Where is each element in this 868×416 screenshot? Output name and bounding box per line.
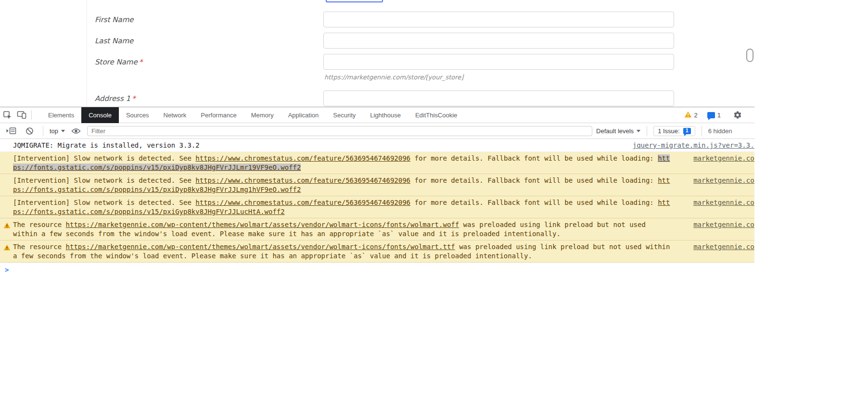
warning-count: 2 bbox=[694, 112, 698, 119]
issues-counter-button[interactable]: 1 Issue: 1 bbox=[653, 126, 695, 136]
console-source-link[interactable]: marketgennie.com bbox=[693, 220, 754, 229]
console-link[interactable]: https://www.chromestatus.com/feature/563… bbox=[195, 199, 410, 206]
browser-page: First NameLast NameStore Name*https://ma… bbox=[0, 0, 754, 107]
field-label: Address 1* bbox=[95, 90, 323, 106]
levels-label: Default levels bbox=[596, 127, 634, 135]
devtools-tabs: ElementsConsoleSourcesNetworkPerformance… bbox=[41, 107, 464, 123]
console-messages: JQMIGRATE: Migrate is installed, version… bbox=[0, 139, 754, 263]
console-message: [Intervention] Slow network is detected.… bbox=[0, 174, 754, 196]
console-text: was preloaded using link preload but not… bbox=[455, 243, 670, 251]
context-label: top bbox=[50, 127, 58, 135]
separator bbox=[702, 126, 702, 136]
clear-console-icon[interactable] bbox=[22, 123, 37, 139]
issues-badge[interactable]: 1 bbox=[707, 112, 721, 119]
execution-context-selector[interactable]: top bbox=[50, 127, 65, 135]
hidden-messages-label: 6 hidden bbox=[708, 127, 732, 135]
console-text: within a few seconds from the window's l… bbox=[13, 230, 561, 238]
console-link[interactable]: https://marketgennie.com/wp-content/them… bbox=[66, 243, 455, 251]
separator bbox=[31, 110, 32, 120]
issue-count: 1 bbox=[717, 112, 721, 119]
last-name-input[interactable] bbox=[323, 33, 674, 49]
inspect-element-icon[interactable] bbox=[0, 107, 14, 123]
chevron-down-icon bbox=[637, 130, 640, 132]
required-asterisk: * bbox=[139, 58, 143, 66]
console-text: The resource bbox=[13, 243, 66, 251]
page-scrollbar-thumb[interactable] bbox=[746, 49, 753, 62]
console-source-link[interactable]: marketgennie.com bbox=[693, 198, 754, 207]
console-text: was preloaded using link preload but not… bbox=[459, 221, 646, 228]
console-text: for more details. Fallback font will be … bbox=[410, 199, 658, 206]
tab-security[interactable]: Security bbox=[326, 107, 363, 123]
tab-elements[interactable]: Elements bbox=[41, 107, 81, 123]
tab-application[interactable]: Application bbox=[281, 107, 326, 123]
console-message-line: The resource https://marketgennie.com/wp… bbox=[13, 220, 682, 229]
field-label: Last Name bbox=[95, 33, 323, 49]
form-field-row: Address 1* bbox=[95, 90, 754, 106]
console-source-link[interactable]: jquery-migrate.min.js?ver=3.3.2 bbox=[633, 141, 754, 150]
field-label: First Name bbox=[95, 12, 323, 27]
console-message-line: within a few seconds from the window's l… bbox=[13, 229, 682, 239]
console-message-line: [Intervention] Slow network is detected.… bbox=[13, 154, 682, 163]
tabbar-right: 2 1 bbox=[684, 107, 754, 123]
warning-icon bbox=[3, 222, 11, 231]
console-link[interactable]: ps://fonts.gstatic.com/s/poppins/v15/pxi… bbox=[13, 186, 301, 193]
tab-network[interactable]: Network bbox=[156, 107, 194, 123]
console-link[interactable]: https://marketgennie.com/wp-content/them… bbox=[66, 221, 460, 228]
console-sidebar-toggle-icon[interactable] bbox=[4, 123, 18, 139]
separator bbox=[43, 126, 43, 136]
devtools-panel: ElementsConsoleSourcesNetworkPerformance… bbox=[0, 107, 754, 416]
console-message: [Intervention] Slow network is detected.… bbox=[0, 196, 754, 218]
console-message-line: The resource https://marketgennie.com/wp… bbox=[13, 242, 682, 252]
first-name-input[interactable] bbox=[323, 12, 674, 27]
tab-lighthouse[interactable]: Lighthouse bbox=[363, 107, 408, 123]
console-text: for more details. Fallback font will be … bbox=[410, 176, 658, 184]
console-text: a few seconds from the window's load eve… bbox=[13, 252, 532, 260]
console-source-link[interactable]: marketgennie.com bbox=[693, 154, 754, 163]
store-name-input[interactable] bbox=[323, 54, 674, 70]
device-toolbar-icon[interactable] bbox=[14, 107, 29, 123]
console-message-line: ps://fonts.gstatic.com/s/poppins/v15/pxi… bbox=[13, 163, 682, 172]
partial-focused-field[interactable] bbox=[326, 0, 383, 2]
console-filter-input[interactable] bbox=[87, 126, 592, 136]
field-hint: https://marketgennie.com/store/[your_sto… bbox=[324, 74, 674, 81]
form-field-row: Store Name*https://marketgennie.com/stor… bbox=[95, 54, 754, 85]
console-message-line: ps://fonts.gstatic.com/s/poppins/v15/pxi… bbox=[13, 207, 682, 216]
address-1-input[interactable] bbox=[323, 90, 674, 106]
issues-bubble-icon bbox=[707, 112, 715, 118]
console-prompt[interactable]: > bbox=[0, 263, 754, 274]
console-source-link[interactable]: marketgennie.com bbox=[693, 176, 754, 185]
screen: First NameLast NameStore Name*https://ma… bbox=[0, 0, 868, 416]
console-message-line: a few seconds from the window's load eve… bbox=[13, 252, 682, 261]
field-label: Store Name* bbox=[95, 54, 323, 85]
console-source-link[interactable]: marketgennie.com bbox=[693, 242, 754, 252]
warning-triangle-icon bbox=[684, 111, 692, 119]
log-levels-dropdown[interactable]: Default levels bbox=[596, 127, 640, 135]
console-warnings-badge[interactable]: 2 bbox=[684, 111, 698, 119]
console-text: JQMIGRATE: Migrate is installed, version… bbox=[13, 141, 200, 149]
chevron-down-icon bbox=[61, 130, 65, 132]
issues-badge-count: 1 bbox=[686, 128, 689, 133]
console-message: [Intervention] Slow network is detected.… bbox=[0, 152, 754, 174]
console-link[interactable]: htt bbox=[658, 154, 670, 162]
console-link[interactable]: https://www.chromestatus.com/feature/563… bbox=[195, 176, 410, 184]
settings-gear-icon[interactable] bbox=[730, 107, 745, 123]
form-field-row: First Name bbox=[95, 12, 754, 27]
tab-performance[interactable]: Performance bbox=[193, 107, 243, 123]
console-message-line: [Intervention] Slow network is detected.… bbox=[13, 176, 682, 185]
console-link[interactable]: htt bbox=[658, 176, 670, 184]
tab-console[interactable]: Console bbox=[81, 107, 119, 123]
console-text: The resource bbox=[13, 221, 66, 228]
console-message-line: JQMIGRATE: Migrate is installed, version… bbox=[13, 141, 682, 150]
console-message: JQMIGRATE: Migrate is installed, version… bbox=[0, 139, 754, 152]
console-link[interactable]: https://www.chromestatus.com/feature/563… bbox=[195, 154, 410, 162]
console-link[interactable]: htt bbox=[658, 199, 670, 206]
tab-editthiscookie[interactable]: EditThisCookie bbox=[408, 107, 464, 123]
required-asterisk: * bbox=[132, 94, 136, 103]
tab-memory[interactable]: Memory bbox=[244, 107, 281, 123]
live-expression-eye-icon[interactable] bbox=[69, 123, 83, 139]
console-link[interactable]: ps://fonts.gstatic.com/s/poppins/v15/pxi… bbox=[13, 208, 285, 215]
tab-sources[interactable]: Sources bbox=[119, 107, 156, 123]
console-text: [Intervention] Slow network is detected.… bbox=[13, 154, 195, 162]
form-rows: First NameLast NameStore Name*https://ma… bbox=[95, 12, 754, 106]
console-link[interactable]: ps://fonts.gstatic.com/s/poppins/v15/pxi… bbox=[13, 164, 301, 171]
